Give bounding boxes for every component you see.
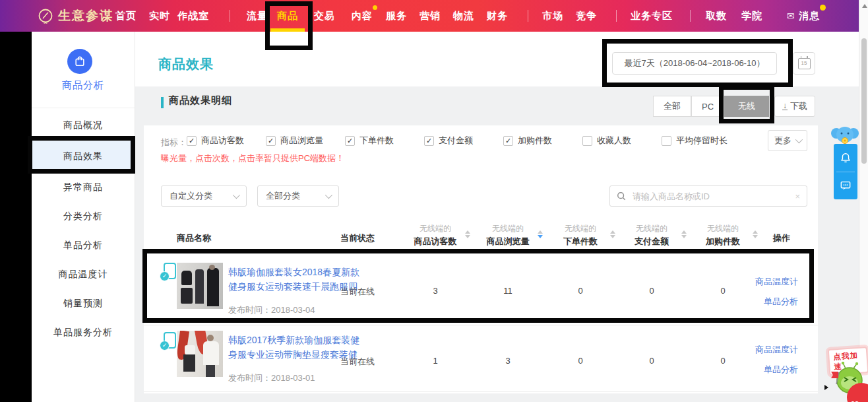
sidebar-item-product-thermometer[interactable]: 商品温度计 bbox=[32, 260, 135, 289]
checkbox-icon[interactable] bbox=[662, 136, 671, 146]
nav-item-traffic[interactable]: 流量 bbox=[247, 0, 268, 32]
chevron-down-icon bbox=[233, 191, 240, 199]
action-thermometer-link[interactable]: 商品温度计 bbox=[739, 344, 798, 356]
tab-all[interactable]: 全部 bbox=[653, 96, 691, 117]
metric-checkbox-visitors[interactable]: 商品访客数 bbox=[187, 135, 244, 147]
sidebar-item-category-analysis[interactable]: 分类分析 bbox=[32, 202, 135, 231]
scrollbar-track[interactable] bbox=[859, 0, 868, 402]
col-name: 下单件数 bbox=[544, 236, 617, 248]
checkbox-label: 商品浏览量 bbox=[280, 135, 323, 147]
tab-wireless[interactable]: 无线 bbox=[724, 96, 769, 117]
chat-button[interactable] bbox=[834, 172, 857, 199]
product-status: 当前在线 bbox=[340, 356, 375, 368]
col-name: 加购件数 bbox=[687, 236, 759, 248]
metric-checkbox-orders[interactable]: 下单件数 bbox=[345, 135, 394, 147]
product-title-link[interactable]: 韩版瑜伽服套装女2018春夏新款 bbox=[228, 267, 359, 279]
col-header-views: 无线端的 商品浏览量 bbox=[472, 223, 544, 248]
row-divider bbox=[144, 325, 818, 325]
metric-checkbox-stay-time[interactable]: 平均停留时长 bbox=[662, 135, 728, 147]
col-header-status: 当前状态 bbox=[340, 232, 375, 244]
nav-item-service[interactable]: 服务 bbox=[386, 0, 407, 32]
section-title: 商品效果明细 bbox=[169, 94, 232, 107]
mobile-check-icon bbox=[164, 263, 176, 279]
sidebar-item-item-analysis[interactable]: 单品分析 bbox=[32, 231, 135, 260]
metric-checkbox-payment[interactable]: 支付金额 bbox=[424, 135, 473, 147]
download-button[interactable]: 下载 bbox=[774, 96, 815, 117]
action-item-analysis-link[interactable]: 单品分析 bbox=[739, 364, 798, 376]
sidebar-item-product-overview[interactable]: 商品概况 bbox=[32, 111, 135, 140]
checkbox-icon[interactable] bbox=[582, 136, 592, 146]
checkbox-icon[interactable] bbox=[503, 136, 513, 146]
nav-item-product[interactable]: 商品 bbox=[277, 0, 298, 32]
sidebar-item-abnormal-products[interactable]: 异常商品 bbox=[32, 173, 135, 202]
sort-desc-icon bbox=[681, 235, 687, 238]
checkbox-icon[interactable] bbox=[266, 136, 276, 146]
nav-item-content[interactable]: 内容 bbox=[352, 0, 373, 32]
top-navbar: 生意参谋 首页 实时 作战室 流量 商品 交易 内容 服务 营销 物流 财务 市… bbox=[0, 0, 868, 32]
sort-control[interactable] bbox=[753, 230, 758, 238]
nav-item-academy[interactable]: 学院 bbox=[741, 0, 762, 32]
checkbox-icon[interactable] bbox=[187, 136, 197, 146]
sort-desc-icon bbox=[753, 235, 758, 238]
col-header-product: 商品名称 bbox=[177, 232, 211, 244]
sort-control[interactable] bbox=[610, 230, 615, 238]
nav-item-market[interactable]: 市场 bbox=[542, 0, 563, 32]
product-title-link[interactable]: 韩版2017秋季新款瑜伽服套装健 bbox=[228, 335, 359, 347]
calendar-button[interactable]: 15 bbox=[793, 52, 815, 75]
nav-item-trade[interactable]: 交易 bbox=[314, 0, 335, 32]
sidebar-item-sales-forecast[interactable]: 销量预测 bbox=[32, 289, 135, 318]
scroll-up-arrow[interactable] bbox=[862, 4, 867, 8]
metric-checkbox-favorites[interactable]: 收藏人数 bbox=[582, 135, 631, 147]
collapse-arrow-icon[interactable] bbox=[824, 385, 828, 390]
nav-item-marketing[interactable]: 营销 bbox=[419, 0, 441, 32]
all-category-select[interactable]: 全部分类 bbox=[257, 185, 339, 207]
nav-item-compete[interactable]: 竞争 bbox=[576, 0, 597, 32]
tab-pc[interactable]: PC bbox=[691, 96, 724, 117]
product-title-link[interactable]: 健身服女运动套装速干晨跑服四 bbox=[228, 281, 357, 293]
nav-item-realtime[interactable]: 实时 bbox=[149, 0, 170, 32]
nav-item-logistics[interactable]: 物流 bbox=[453, 0, 474, 32]
bell-icon bbox=[839, 151, 852, 164]
metric-checkbox-cart[interactable]: 加购件数 bbox=[503, 135, 552, 147]
sort-control[interactable] bbox=[681, 230, 687, 238]
metric-checkbox-views[interactable]: 商品浏览量 bbox=[266, 135, 323, 147]
date-range-picker[interactable]: 最近7天（2018-06-04~2018-06-10） bbox=[612, 52, 777, 75]
more-metrics-button[interactable]: 更多 bbox=[768, 130, 807, 151]
nav-item-data[interactable]: 取数 bbox=[706, 0, 727, 32]
checkbox-icon[interactable] bbox=[345, 136, 355, 146]
cell-orders: 0 bbox=[554, 286, 607, 296]
nav-item-bizzone[interactable]: 业务专区 bbox=[631, 0, 673, 32]
product-image[interactable] bbox=[177, 331, 223, 377]
sidebar-item-item-service-analysis[interactable]: 单品服务分析 bbox=[32, 318, 135, 347]
nav-item-warroom[interactable]: 作战室 bbox=[177, 0, 209, 32]
app-logo[interactable]: 生意参谋 bbox=[58, 0, 113, 32]
nav-item-finance[interactable]: 财务 bbox=[487, 0, 508, 32]
metrics-label: 指标： bbox=[161, 137, 187, 149]
clear-icon[interactable]: × bbox=[795, 191, 800, 201]
custom-category-select[interactable]: 自定义分类 bbox=[161, 185, 247, 207]
cell-visitors: 3 bbox=[409, 286, 462, 296]
cell-views: 3 bbox=[481, 356, 534, 366]
nav-item-messages[interactable]: ✉ 消息 bbox=[787, 0, 821, 32]
col-header-cart: 无线端的 加购件数 bbox=[687, 223, 759, 248]
bell-button[interactable] bbox=[834, 144, 857, 172]
sort-control[interactable] bbox=[465, 230, 470, 238]
sort-desc-icon bbox=[610, 235, 615, 238]
action-thermometer-link[interactable]: 商品温度计 bbox=[739, 276, 798, 288]
search-input[interactable] bbox=[631, 191, 790, 202]
download-icon bbox=[782, 102, 788, 110]
row-divider bbox=[144, 391, 818, 392]
scrollbar-thumb[interactable] bbox=[861, 38, 867, 164]
checkbox-icon[interactable] bbox=[424, 136, 434, 146]
product-title-link[interactable]: 身服专业运动带胸垫显瘦套装健 bbox=[228, 349, 357, 361]
checkbox-label: 下单件数 bbox=[359, 135, 394, 147]
nav-item-home[interactable]: 首页 bbox=[115, 0, 137, 32]
product-image[interactable] bbox=[177, 263, 223, 309]
sort-desc-icon bbox=[465, 235, 470, 238]
sort-control[interactable] bbox=[538, 230, 543, 238]
select-value: 自定义分类 bbox=[170, 190, 212, 202]
checkbox-label: 商品访客数 bbox=[201, 135, 244, 147]
sidebar-item-product-effect[interactable]: 商品效果 bbox=[32, 140, 135, 173]
action-item-analysis-link[interactable]: 单品分析 bbox=[739, 296, 798, 308]
sort-desc-icon bbox=[538, 235, 543, 238]
